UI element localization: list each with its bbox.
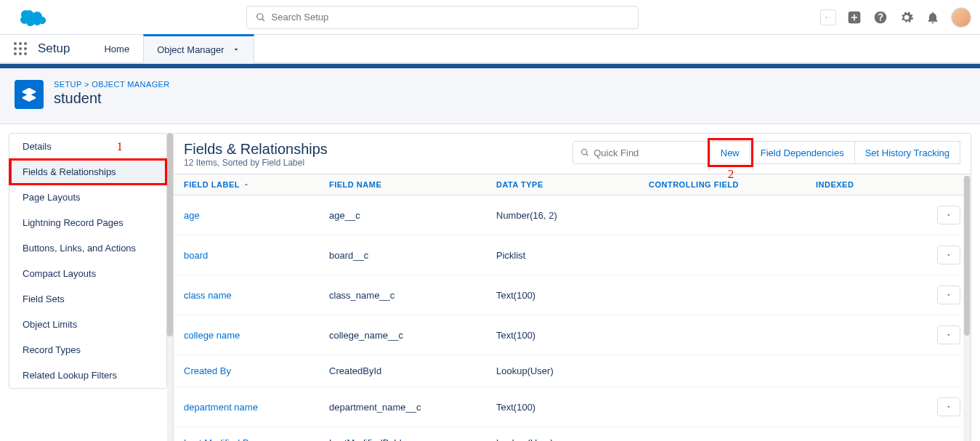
- chevron-down-icon: [945, 211, 952, 219]
- sidebar-item-fields-relationships[interactable]: Fields & Relationships: [9, 159, 166, 185]
- sidebar-scrollbar[interactable]: [167, 133, 173, 441]
- sidebar-item-object-limits[interactable]: Object Limits: [9, 312, 166, 337]
- notifications-button[interactable]: [925, 9, 941, 25]
- set-history-tracking-button[interactable]: Set History Tracking: [855, 141, 960, 164]
- table-row: ageage__cNumber(16, 2): [174, 195, 971, 235]
- tab-object-manager[interactable]: Object Manager: [143, 34, 254, 63]
- annotation-2: 2: [728, 167, 734, 182]
- main-scrollbar-thumb[interactable]: [964, 176, 970, 336]
- field-type: Number(16, 2): [496, 210, 649, 221]
- sidebar-item-compact-layouts[interactable]: Compact Layouts: [9, 261, 166, 286]
- row-actions-button[interactable]: [937, 397, 960, 416]
- sidebar-scrollbar-thumb[interactable]: [167, 133, 173, 336]
- row-actions-button[interactable]: [937, 286, 960, 304]
- field-dependencies-label: Field Dependencies: [761, 147, 844, 158]
- sidebar-item-label: Record Types: [23, 344, 81, 355]
- quick-find-input[interactable]: [594, 147, 702, 158]
- field-type: Lookup(User): [496, 365, 649, 376]
- main-panel: Fields & Relationships 12 Items, Sorted …: [173, 133, 971, 441]
- table-row: Created ByCreatedByIdLookup(User): [174, 355, 971, 387]
- field-name: college_name__c: [329, 330, 496, 341]
- sidebar-item-buttons-links-actions[interactable]: Buttons, Links, and Actions: [9, 235, 166, 261]
- sidebar-item-label: Fields & Relationships: [23, 166, 116, 177]
- user-avatar[interactable]: [951, 7, 971, 28]
- svg-point-5: [19, 47, 22, 50]
- row-actions-button[interactable]: [937, 325, 960, 344]
- sidebar-item-label: Details: [23, 141, 52, 152]
- page-title: student: [54, 90, 170, 107]
- row-actions-button[interactable]: [937, 206, 960, 224]
- field-type: Text(100): [496, 290, 649, 301]
- app-launcher-icon[interactable]: [13, 41, 28, 56]
- svg-point-6: [24, 47, 27, 50]
- main-subtitle: 12 Items, Sorted by Field Label: [184, 158, 328, 168]
- col-data-type[interactable]: DATA TYPE: [496, 180, 649, 189]
- main-title: Fields & Relationships: [184, 141, 328, 158]
- favorites-button[interactable]: [820, 9, 836, 25]
- col-indexed[interactable]: INDEXED: [816, 180, 924, 189]
- sidebar: Details 1 Fields & Relationships Page La…: [9, 133, 167, 389]
- chevron-down-icon: [945, 291, 952, 299]
- quick-find[interactable]: [572, 141, 710, 164]
- add-button[interactable]: [846, 9, 862, 25]
- col-label-text: FIELD LABEL: [184, 180, 240, 189]
- field-type: Lookup(User): [496, 437, 649, 441]
- field-name: department_name__c: [329, 402, 496, 413]
- svg-point-2: [19, 42, 22, 45]
- sidebar-item-label: Lightning Record Pages: [23, 217, 123, 228]
- col-field-name[interactable]: FIELD NAME: [329, 180, 496, 189]
- search-icon: [256, 12, 266, 23]
- setup-gear-button[interactable]: [899, 9, 915, 25]
- row-actions-button[interactable]: [937, 246, 960, 264]
- sidebar-item-lightning-record-pages[interactable]: Lightning Record Pages: [9, 210, 166, 235]
- sidebar-item-label: Compact Layouts: [23, 268, 96, 279]
- field-dependencies-button[interactable]: Field Dependencies: [750, 141, 855, 164]
- tab-object-manager-label: Object Manager: [157, 44, 224, 55]
- svg-point-1: [14, 42, 17, 45]
- col-field-label[interactable]: FIELD LABEL: [184, 180, 329, 189]
- chevron-down-icon: [232, 45, 240, 54]
- sort-asc-icon: [243, 181, 250, 188]
- svg-point-8: [19, 52, 22, 55]
- table-header: FIELD LABEL FIELD NAME DATA TYPE CONTROL…: [174, 174, 971, 195]
- object-icon: [15, 80, 44, 109]
- svg-point-9: [24, 52, 27, 55]
- field-label-link[interactable]: college name: [184, 330, 329, 341]
- field-name: CreatedById: [329, 365, 496, 376]
- sidebar-item-details[interactable]: Details 1: [9, 134, 166, 159]
- sidebar-item-related-lookup-filters[interactable]: Related Lookup Filters: [9, 363, 166, 388]
- sidebar-item-label: Object Limits: [23, 319, 77, 330]
- table-row: college namecollege_name__cText(100): [174, 315, 971, 355]
- sidebar-item-page-layouts[interactable]: Page Layouts: [9, 185, 166, 210]
- tab-home-label: Home: [104, 44, 129, 54]
- field-label-link[interactable]: Last Modified By: [184, 437, 329, 441]
- annotation-1: 1: [117, 139, 123, 154]
- search-input[interactable]: [272, 12, 629, 23]
- field-label-link[interactable]: Created By: [184, 365, 329, 376]
- table-row: Last Modified ByLastModifiedByIdLookup(U…: [174, 427, 971, 441]
- top-header: [0, 0, 980, 35]
- global-search[interactable]: [246, 6, 639, 29]
- field-type: Text(100): [496, 402, 649, 413]
- field-label-link[interactable]: department name: [184, 402, 329, 413]
- nav-bar: Setup Home Object Manager: [0, 35, 980, 64]
- field-label-link[interactable]: class name: [184, 290, 329, 301]
- new-button[interactable]: New: [710, 141, 750, 164]
- new-button-label: New: [721, 147, 740, 158]
- chevron-down-icon: [945, 403, 952, 410]
- app-name: Setup: [38, 41, 70, 56]
- field-label-link[interactable]: board: [184, 250, 329, 261]
- sidebar-item-label: Buttons, Links, and Actions: [23, 243, 136, 254]
- sidebar-item-field-sets[interactable]: Field Sets: [9, 286, 166, 312]
- field-label-link[interactable]: age: [184, 210, 329, 221]
- sidebar-item-label: Field Sets: [23, 294, 65, 304]
- table-row: boardboard__cPicklist: [174, 235, 971, 275]
- chevron-down-icon: [945, 251, 952, 259]
- field-type: Text(100): [496, 330, 649, 341]
- help-button[interactable]: [872, 9, 888, 25]
- tab-home[interactable]: Home: [90, 34, 143, 63]
- sidebar-item-record-types[interactable]: Record Types: [9, 337, 166, 363]
- field-name: board__c: [329, 250, 496, 261]
- breadcrumb[interactable]: SETUP > OBJECT MANAGER: [54, 80, 170, 89]
- table-row: department namedepartment_name__cText(10…: [174, 387, 971, 427]
